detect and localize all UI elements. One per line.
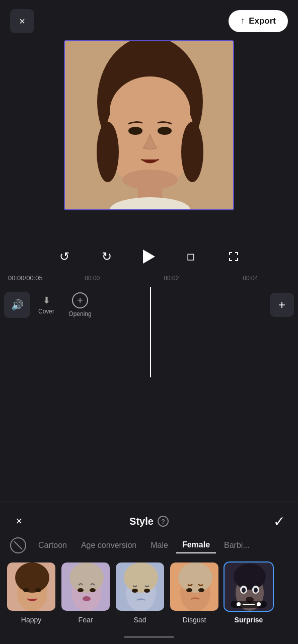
svg-point-30	[186, 588, 192, 592]
style-confirm-icon: ✓	[273, 513, 285, 530]
style-label-happy: Happy	[21, 616, 41, 624]
magic-icon: ◇	[183, 249, 200, 265]
style-thumb-fear	[60, 561, 111, 612]
time-mark-2: 00:02	[164, 275, 179, 282]
category-barbie[interactable]: Barbi...	[218, 538, 256, 553]
svg-point-18	[69, 562, 104, 593]
style-item-happy[interactable]: Happy	[6, 561, 56, 624]
style-header: × Style ? ✓	[0, 502, 298, 537]
export-button[interactable]: ↑ Export	[229, 10, 288, 32]
volume-button[interactable]: 🔊	[4, 292, 30, 318]
svg-point-7	[158, 127, 172, 135]
style-title: Style ?	[129, 516, 169, 527]
svg-point-13	[15, 562, 49, 593]
category-cartoon[interactable]: Cartoon	[32, 538, 73, 553]
redo-icon: ↻	[102, 250, 112, 264]
style-panel: × Style ? ✓ Cartoon Age conversion Male …	[0, 502, 298, 644]
export-label: Export	[249, 16, 276, 26]
style-label-disgust: Disgust	[183, 616, 206, 624]
svg-point-14	[23, 588, 29, 592]
svg-point-15	[35, 588, 41, 592]
svg-point-25	[132, 589, 138, 593]
add-track-icon: +	[278, 298, 285, 312]
style-label-surprise: Surprise	[235, 616, 263, 624]
fullscreen-icon	[228, 251, 240, 263]
selected-dot	[237, 602, 241, 606]
play-icon	[143, 250, 155, 264]
video-preview	[64, 40, 234, 210]
style-item-disgust[interactable]: Disgust	[169, 561, 219, 624]
category-male[interactable]: Male	[144, 538, 174, 553]
opening-label: Opening	[68, 310, 91, 317]
magic-button[interactable]: ◇	[180, 246, 202, 268]
track-row: 🔊 ⬇ Cover + Opening +	[0, 287, 298, 323]
category-age-conversion[interactable]: Age conversion	[75, 538, 142, 553]
style-cancel-button[interactable]: ×	[10, 512, 28, 530]
volume-icon: 🔊	[11, 299, 24, 311]
style-item-surprise[interactable]: Surprise	[224, 561, 274, 624]
style-thumb-happy	[6, 561, 56, 612]
style-confirm-button[interactable]: ✓	[270, 512, 288, 530]
face-preview-svg	[65, 41, 234, 210]
svg-point-38	[254, 588, 258, 593]
svg-point-31	[198, 588, 204, 592]
no-style-icon[interactable]	[10, 537, 26, 553]
undo-button[interactable]: ↺	[53, 246, 76, 268]
selected-indicator	[231, 601, 267, 608]
selected-dot-2	[257, 602, 261, 606]
export-icon: ↑	[241, 16, 245, 26]
category-tabs: Cartoon Age conversion Male Female Barbi…	[0, 537, 298, 553]
timeline-bar: 00:00/00:05 00:00 00:02 00:04	[0, 274, 298, 282]
timeline-track: 🔊 ⬇ Cover + Opening + 3.0s	[0, 287, 298, 377]
svg-point-26	[144, 589, 150, 593]
svg-point-36	[242, 588, 246, 593]
category-female[interactable]: Female	[176, 537, 216, 553]
video-face	[65, 41, 233, 209]
timeline-scrubber	[150, 287, 151, 377]
current-time: 00:00/00:05	[8, 274, 43, 282]
help-icon[interactable]: ?	[158, 516, 169, 527]
svg-point-34	[234, 564, 266, 590]
opening-plus-icon: +	[72, 292, 88, 308]
svg-point-19	[78, 588, 84, 592]
add-track-button[interactable]: +	[270, 293, 294, 317]
cover-label: Cover	[38, 308, 54, 315]
style-label-fear: Fear	[79, 616, 93, 624]
no-style-line	[14, 541, 23, 550]
selected-line	[243, 604, 255, 605]
style-thumb-sad	[115, 561, 165, 612]
time-mark-0: 00:00	[85, 275, 100, 282]
svg-point-24	[124, 562, 158, 593]
svg-point-4	[97, 122, 119, 182]
top-bar: × ↑ Export	[0, 0, 298, 42]
redo-button[interactable]: ↻	[96, 246, 118, 268]
style-label-sad: Sad	[134, 616, 146, 624]
svg-point-21	[83, 596, 91, 601]
svg-point-5	[181, 122, 203, 182]
cover-icon: ⬇	[43, 295, 50, 306]
scroll-indicator	[124, 636, 174, 638]
style-thumb-surprise	[224, 561, 274, 612]
close-button[interactable]: ×	[10, 9, 34, 33]
svg-point-6	[128, 127, 142, 135]
style-item-fear[interactable]: Fear	[60, 561, 111, 624]
playback-controls: ↺ ↻ ◇	[0, 246, 298, 268]
style-thumb-disgust	[169, 561, 219, 612]
time-mark-4: 00:04	[243, 275, 258, 282]
fullscreen-button[interactable]	[222, 246, 245, 268]
close-icon: ×	[19, 16, 25, 27]
style-cancel-icon: ×	[16, 515, 23, 528]
opening-button[interactable]: + Opening	[62, 288, 98, 321]
svg-point-20	[90, 588, 96, 592]
undo-icon: ↺	[59, 250, 69, 264]
play-button[interactable]	[138, 246, 160, 268]
style-item-sad[interactable]: Sad	[115, 561, 165, 624]
style-grid: Happy Fear	[0, 557, 298, 632]
svg-point-29	[178, 562, 212, 593]
cover-button[interactable]: ⬇ Cover	[34, 291, 58, 319]
